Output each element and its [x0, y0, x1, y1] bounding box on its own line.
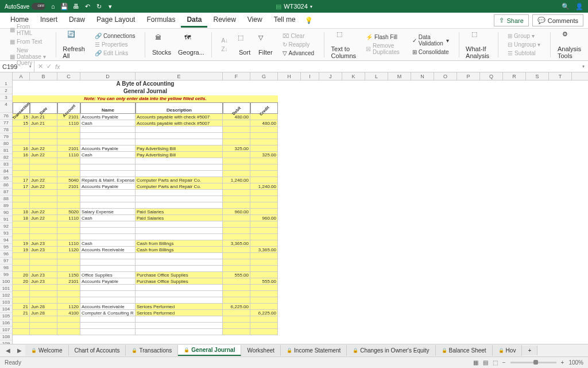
row-header[interactable]: 107: [0, 327, 12, 334]
table-row[interactable]: [13, 164, 588, 171]
cell[interactable]: Paid Salaries: [136, 215, 223, 221]
cell[interactable]: [30, 190, 57, 196]
cell[interactable]: Cash from Billings: [136, 240, 223, 247]
cell[interactable]: Accounts Payable: [80, 183, 136, 190]
cell[interactable]: [57, 171, 80, 177]
cell[interactable]: [80, 158, 136, 164]
sheet-tab-chart-of-accounts[interactable]: Chart of Accounts: [69, 345, 126, 356]
cell[interactable]: [223, 164, 250, 171]
geography-button[interactable]: 🗺Geogra...: [176, 34, 207, 56]
table-row[interactable]: [13, 316, 588, 323]
cell[interactable]: [57, 126, 80, 133]
cell[interactable]: [80, 133, 136, 139]
cell[interactable]: [250, 221, 278, 228]
row-header[interactable]: 106: [0, 320, 12, 327]
table-row[interactable]: [13, 158, 588, 164]
cell[interactable]: [250, 209, 278, 215]
cell[interactable]: [250, 291, 278, 297]
tab-view[interactable]: View: [242, 13, 268, 28]
col-header[interactable]: D: [80, 72, 136, 80]
cell[interactable]: [223, 323, 250, 329]
cell[interactable]: [30, 234, 57, 240]
cell[interactable]: Jun 23: [30, 247, 57, 253]
cell[interactable]: [57, 316, 80, 323]
zoom-slider[interactable]: [510, 362, 556, 363]
cell[interactable]: Computer Parts and Repair Co.: [136, 183, 223, 190]
tab-data[interactable]: Data: [181, 13, 207, 28]
cell[interactable]: [30, 196, 57, 202]
from-html-button[interactable]: ▦ From HTML: [8, 23, 48, 37]
cell[interactable]: [13, 190, 30, 196]
cell[interactable]: [80, 139, 136, 145]
col-header[interactable]: R: [503, 72, 526, 80]
consolidate-button[interactable]: ⊞ Consolidate: [411, 48, 451, 56]
cell[interactable]: [223, 228, 250, 234]
cell[interactable]: [250, 139, 278, 145]
name-box[interactable]: C199 ▾: [0, 61, 34, 72]
cell[interactable]: Serices Performed: [136, 304, 223, 310]
cell[interactable]: [13, 285, 30, 291]
cell[interactable]: 2101: [57, 183, 80, 190]
cell[interactable]: 325.00: [250, 152, 278, 158]
cell[interactable]: 2101: [57, 114, 80, 120]
table-row[interactable]: [13, 329, 588, 335]
cell[interactable]: [250, 329, 278, 335]
cell[interactable]: 1110: [57, 152, 80, 158]
cell[interactable]: 17: [13, 177, 30, 183]
tab-tell-me[interactable]: Tell me: [268, 13, 301, 28]
undo-icon[interactable]: ↶: [83, 2, 91, 10]
cell[interactable]: Cash: [80, 240, 136, 247]
row-header[interactable]: 4: [0, 101, 12, 113]
cell[interactable]: 1,240.00: [223, 177, 250, 183]
cell[interactable]: [250, 253, 278, 259]
cell[interactable]: [250, 126, 278, 133]
cell[interactable]: 20: [13, 278, 30, 285]
table-row[interactable]: 15Jun 211110CashAccounts payable with ch…: [13, 120, 588, 126]
cell[interactable]: Jun 22: [30, 215, 57, 221]
row-header[interactable]: 90: [0, 209, 12, 216]
cell[interactable]: 5020: [57, 209, 80, 215]
col-header[interactable]: C: [57, 72, 80, 80]
tab-prev-icon[interactable]: ◀: [2, 347, 14, 354]
row-header[interactable]: 94: [0, 237, 12, 244]
cell[interactable]: Jun 23: [30, 272, 57, 278]
table-row[interactable]: [13, 291, 588, 297]
remove-duplicates-button[interactable]: ☒ Remove Duplicates: [364, 42, 401, 56]
table-row[interactable]: [13, 285, 588, 291]
cell[interactable]: [80, 329, 136, 335]
cell[interactable]: [57, 196, 80, 202]
cell[interactable]: Computer Parts and Repair Co.: [136, 177, 223, 183]
cell[interactable]: [136, 266, 223, 272]
sort-za-button[interactable]: Z↓: [219, 45, 230, 53]
cell[interactable]: [223, 152, 250, 158]
cell[interactable]: [13, 316, 30, 323]
cell[interactable]: [136, 202, 223, 209]
sort-az-button[interactable]: A↓: [219, 37, 230, 44]
cell[interactable]: [223, 221, 250, 228]
cell[interactable]: 17: [13, 183, 30, 190]
row-header[interactable]: 78: [0, 126, 12, 133]
formula-input[interactable]: [64, 61, 579, 72]
sheet-tab-balance-sheet[interactable]: 🔒Balance Sheet: [436, 345, 493, 356]
filter-button[interactable]: ▽Filter: [256, 34, 274, 56]
row-header[interactable]: 109: [0, 340, 12, 344]
cell[interactable]: Accounts Payable: [80, 145, 136, 152]
cell[interactable]: [30, 202, 57, 209]
cell[interactable]: Paid Salaries: [136, 209, 223, 215]
col-header[interactable]: H: [278, 72, 301, 80]
cell[interactable]: Cash: [80, 152, 136, 158]
row-header[interactable]: 79: [0, 133, 12, 140]
cell[interactable]: [80, 253, 136, 259]
cell[interactable]: Repairs & Maint. Expense: [80, 177, 136, 183]
cell[interactable]: [13, 323, 30, 329]
cell[interactable]: 4100: [57, 310, 80, 316]
save-icon[interactable]: 💾: [60, 2, 68, 10]
cell[interactable]: [80, 285, 136, 291]
cell[interactable]: [223, 266, 250, 272]
cell[interactable]: [80, 202, 136, 209]
table-row[interactable]: [13, 202, 588, 209]
cell[interactable]: [223, 190, 250, 196]
table-row[interactable]: 17Jun 222101Accounts PayableComputer Par…: [13, 183, 588, 190]
cell[interactable]: [250, 177, 278, 183]
cell[interactable]: [223, 133, 250, 139]
